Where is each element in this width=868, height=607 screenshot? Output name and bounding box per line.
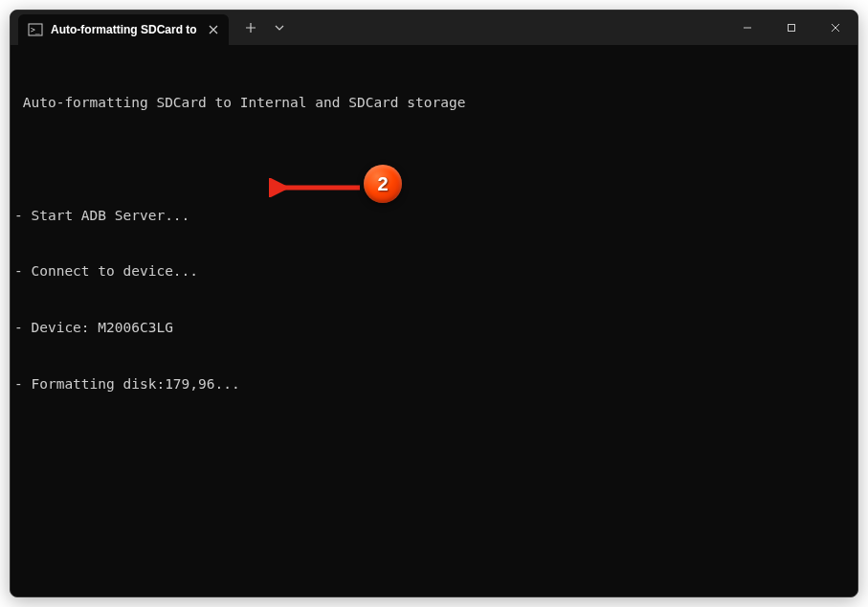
- svg-text:>_: >_: [31, 26, 40, 34]
- tab-close-button[interactable]: [206, 22, 221, 37]
- svg-rect-2: [789, 25, 795, 32]
- tab-title: Auto-formatting SDCard to In: [51, 23, 200, 36]
- window-controls: [725, 11, 857, 45]
- terminal-line: - Formatting disk:179,96...: [14, 375, 854, 394]
- terminal-window: >_ Auto-formatting SDCard to In Aut: [10, 10, 858, 597]
- maximize-button[interactable]: [769, 11, 813, 45]
- tab-active[interactable]: >_ Auto-formatting SDCard to In: [18, 14, 229, 45]
- minimize-button[interactable]: [725, 11, 769, 45]
- terminal-line: - Connect to device...: [14, 262, 854, 281]
- terminal-icon: >_: [28, 22, 43, 37]
- terminal-header-line: Auto-formatting SDCard to Internal and S…: [14, 94, 854, 113]
- close-window-button[interactable]: [813, 11, 857, 45]
- terminal-line: - Start ADB Server...: [14, 207, 854, 226]
- new-tab-button[interactable]: [236, 13, 265, 42]
- titlebar: >_ Auto-formatting SDCard to In: [11, 11, 857, 45]
- terminal-line: - Device: M2006C3LG: [14, 319, 854, 338]
- terminal-output[interactable]: Auto-formatting SDCard to Internal and S…: [11, 45, 857, 442]
- tab-dropdown-button[interactable]: [265, 13, 294, 42]
- terminal-blank-line: [14, 150, 854, 169]
